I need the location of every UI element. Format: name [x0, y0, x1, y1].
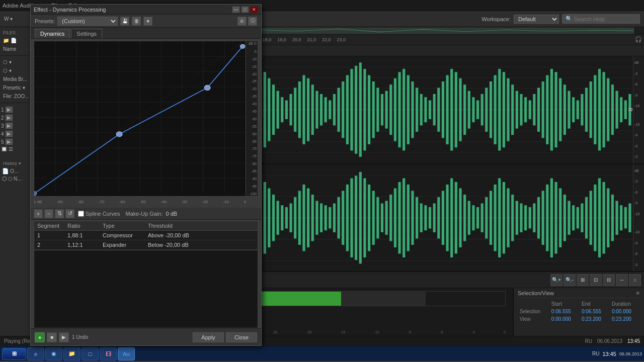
x-70: -70 [99, 200, 105, 206]
spline-curves-checkbox[interactable] [78, 211, 84, 217]
svg-rect-282 [620, 205, 622, 230]
svg-rect-249 [476, 207, 479, 229]
save-preset-button[interactable]: 💾 [120, 17, 129, 26]
taskbar-explorer[interactable]: 📁 [63, 347, 80, 360]
delete-preset-button[interactable]: 🗑 [132, 17, 141, 26]
dynamics-graph[interactable]: dB O -5 -10 -15 -20 -25 -30 -35 -40 -45 … [34, 41, 258, 197]
svg-rect-91 [407, 75, 410, 145]
tab-settings[interactable]: Settings [71, 29, 102, 38]
svg-rect-278 [603, 182, 605, 254]
table-row-2[interactable]: 2 1,12:1 Expander Below -20,00 dB [34, 240, 258, 250]
svg-rect-241 [442, 191, 444, 245]
maximize-button[interactable]: □ [241, 6, 249, 13]
sv-dur-view[interactable]: 0:23.200 [610, 315, 640, 323]
taskbar-chrome[interactable]: ◉ [45, 347, 62, 360]
svg-rect-68 [307, 78, 309, 141]
close-effect-button[interactable]: Close [226, 332, 257, 342]
svg-rect-74 [333, 94, 336, 126]
sidebar-btn-2[interactable]: ▶ [5, 114, 13, 121]
svg-rect-247 [468, 201, 470, 235]
sv-start-view[interactable]: 0:00.000 [549, 315, 580, 323]
table-row-1[interactable]: 1 1,88:1 Compressor Above -20,00 dB [34, 231, 258, 240]
sidebar-btn-3[interactable]: ▶ [5, 122, 13, 129]
taskbar-ie[interactable]: e [27, 347, 44, 360]
add-segment-button[interactable]: + [34, 209, 43, 218]
zoom-fit-button[interactable]: ⊞ [577, 274, 589, 286]
taskbar-audition[interactable]: Au [118, 347, 135, 360]
sv-col-start: Start [549, 300, 580, 308]
zoom-sel-button[interactable]: ⊡ [590, 274, 602, 286]
apply-button[interactable]: Apply [193, 332, 224, 342]
sv-label-view: View [518, 315, 549, 323]
zoom-v-button[interactable]: ↕ [629, 274, 641, 286]
power-button[interactable]: ● [35, 332, 45, 342]
remove-segment-button[interactable]: − [44, 209, 53, 218]
minimize-button[interactable]: — [232, 6, 240, 13]
svg-rect-269 [564, 195, 566, 241]
svg-rect-211 [311, 195, 314, 241]
taskbar-app4[interactable]: □ [82, 347, 99, 360]
sv-end-view[interactable]: 0:23.200 [580, 315, 610, 323]
bypass-button[interactable]: ⊘ [237, 17, 247, 26]
flip-button[interactable]: ⇅ [55, 209, 64, 218]
svg-rect-253 [494, 185, 497, 251]
star-preset-button[interactable]: ★ [143, 17, 152, 26]
svg-rect-215 [329, 207, 331, 229]
presets-dropdown[interactable]: (Custom) [57, 17, 118, 26]
sv-label-selection: Selection [518, 308, 549, 315]
svg-rect-206 [289, 203, 292, 232]
svg-rect-246 [463, 195, 466, 241]
svg-rect-76 [342, 81, 344, 138]
tab-dynamics[interactable]: Dynamics [35, 29, 70, 38]
x-30: -30 [182, 200, 188, 206]
zoom-full-button[interactable]: ⊟ [603, 274, 615, 286]
search-input[interactable] [574, 16, 629, 22]
sidebar-btn-5[interactable]: ▶ [5, 138, 13, 145]
effect-titlebar[interactable]: Effect - Dynamics Processing — □ ✕ [31, 5, 261, 15]
svg-rect-132 [585, 88, 588, 132]
zoom-h-button[interactable]: ↔ [616, 274, 628, 286]
sv-end-selection[interactable]: 0:06.555 [580, 308, 610, 315]
sidebar-tool-2[interactable]: ⬡ ▾ [1, 66, 31, 75]
svg-rect-113 [503, 72, 505, 147]
svg-rect-104 [463, 84, 466, 135]
preview-button[interactable]: ▶ [59, 332, 69, 342]
info-button[interactable]: ⓘ [248, 17, 257, 26]
svg-rect-119 [529, 101, 531, 120]
svg-rect-284 [628, 203, 631, 232]
svg-rect-110 [490, 81, 492, 138]
svg-rect-275 [590, 191, 592, 245]
makeup-gain-label: Make-Up Gain: [125, 211, 163, 217]
svg-rect-96 [429, 101, 431, 120]
sidebar-icons-bottom[interactable]: 🔲 ☰ [1, 146, 13, 152]
close-button[interactable]: ✕ [250, 6, 258, 13]
stop-effect-button[interactable]: ■ [47, 332, 57, 342]
sv-start-selection[interactable]: 0:06.555 [549, 308, 580, 315]
workspace-dropdown[interactable]: Default [514, 15, 559, 24]
sidebar-btn-1[interactable]: ▶ [5, 106, 13, 113]
svg-rect-259 [520, 203, 522, 232]
search-box[interactable]: 🔍 [562, 14, 640, 24]
svg-rect-274 [585, 197, 588, 239]
taskbar-lang: RU [592, 351, 599, 356]
svg-rect-242 [446, 185, 448, 251]
svg-rect-280 [611, 195, 614, 241]
row1-threshold: Above -20,00 dB [145, 231, 258, 240]
effect-footer: ● ■ ▶ 1 Undo Apply Close [31, 328, 261, 345]
start-button[interactable]: ⊞ [2, 348, 26, 360]
zoom-out-button[interactable]: 🔍- [564, 274, 576, 286]
sv-dur-selection[interactable]: 0:00.000 [610, 308, 640, 315]
col-segment: Segment [34, 221, 64, 231]
svg-rect-244 [455, 182, 457, 254]
time-19: 19,0 [274, 37, 289, 42]
history-item-1: 📄O... [1, 168, 31, 174]
sidebar-tool-1[interactable]: ⬡ ▾ [1, 58, 31, 66]
reset-button[interactable]: ↺ [65, 209, 74, 218]
makeup-gain-value: 0 dB [166, 211, 177, 217]
taskbar-app5[interactable]: 🎞 [100, 347, 117, 360]
svg-rect-88 [394, 78, 396, 141]
sidebar-icons[interactable]: 📁📄 [1, 36, 31, 45]
sidebar-btn-4[interactable]: ▶ [5, 130, 13, 137]
selection-view-close[interactable]: ✕ [635, 290, 640, 297]
zoom-in-button[interactable]: 🔍+ [550, 274, 562, 286]
